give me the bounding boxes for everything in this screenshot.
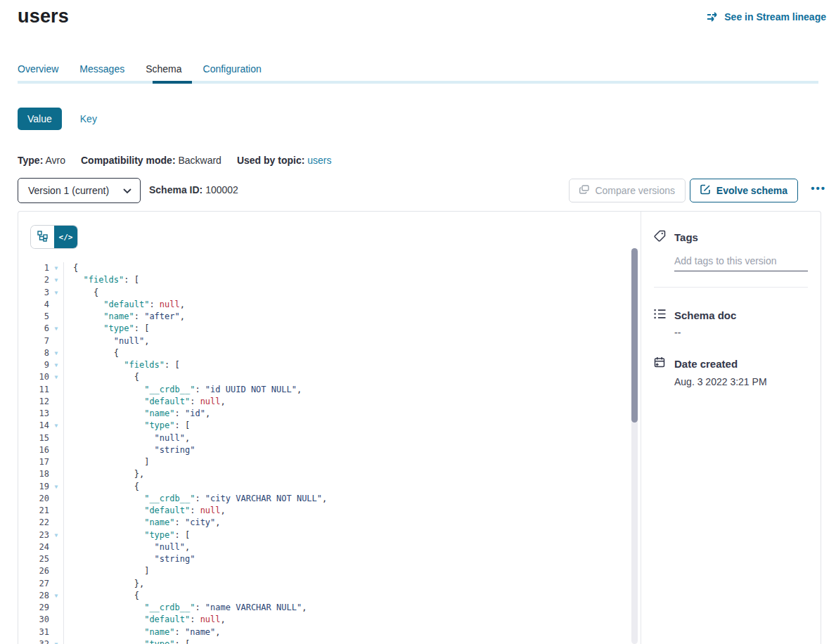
tree-view-icon [37, 231, 49, 244]
chevron-down-icon [123, 185, 131, 196]
fold-gutter [49, 553, 64, 565]
code-line: 3▼ { [18, 287, 629, 299]
tag-icon [654, 230, 666, 244]
code-text: "name": "city", [64, 517, 221, 529]
code-text: { [64, 287, 98, 299]
editor-scrollbar-track[interactable] [631, 248, 638, 644]
fold-gutter [49, 578, 64, 590]
code-text: "type": [ [64, 420, 190, 432]
topic-link[interactable]: users [307, 155, 331, 166]
value-toggle-button[interactable]: Value [18, 108, 62, 130]
code-line: 31 "name": "name", [18, 626, 629, 638]
schema-doc-title: Schema doc [674, 309, 736, 321]
fold-toggle-icon[interactable]: ▼ [49, 323, 64, 335]
type-label: Type: [18, 155, 43, 166]
topic-label: Used by topic: [237, 155, 304, 166]
type-value: Avro [45, 155, 65, 166]
edit-icon [700, 184, 711, 197]
fold-toggle-icon[interactable]: ▼ [49, 590, 64, 602]
fold-gutter [49, 456, 64, 468]
fold-gutter [49, 602, 64, 614]
code-line: 9▼ "fields": [ [18, 359, 629, 371]
line-number: 12 [18, 396, 49, 408]
code-text: { [64, 371, 139, 383]
fold-toggle-icon[interactable]: ▼ [49, 359, 64, 371]
code-line: 30 "default": null, [18, 614, 629, 626]
used-by-topic: Used by topic: users [237, 155, 332, 166]
line-number: 29 [18, 602, 49, 614]
schema-details-sidebar: Tags Schema [641, 212, 821, 644]
evolve-schema-label: Evolve schema [716, 185, 787, 196]
line-number: 22 [18, 517, 49, 529]
fold-gutter [49, 311, 64, 323]
line-number: 6 [18, 323, 49, 335]
code-line: 27 }, [18, 578, 629, 590]
code-line: 2▼ "fields": [ [18, 274, 629, 286]
key-toggle-button[interactable]: Key [80, 113, 97, 124]
code-view-icon: </> [59, 233, 73, 242]
compatibility-mode: Compatibility mode: Backward [81, 155, 221, 166]
code-text: "fields": [ [64, 359, 180, 371]
code-line: 24 "null", [18, 541, 629, 553]
fold-toggle-icon[interactable]: ▼ [49, 420, 64, 432]
code-line: 5 "name": "after", [18, 311, 629, 323]
fold-toggle-icon[interactable]: ▼ [49, 481, 64, 493]
compare-versions-label: Compare versions [595, 185, 675, 196]
code-text: "default": null, [64, 396, 226, 408]
code-line: 4 "default": null, [18, 299, 629, 311]
schema-doc-value: -- [674, 327, 808, 338]
code-line: 18 }, [18, 468, 629, 480]
fold-gutter [49, 505, 64, 517]
tabs-underline [18, 81, 818, 84]
schema-meta-row: Type: Avro Compatibility mode: Backward … [18, 155, 332, 166]
add-tags-input[interactable] [674, 251, 808, 271]
fold-toggle-icon[interactable]: ▼ [49, 274, 64, 286]
code-line: 7 "null", [18, 335, 629, 347]
code-text: "type": [ [64, 638, 190, 644]
code-text: ] [64, 565, 149, 577]
fold-gutter [49, 614, 64, 626]
editor-scrollbar-thumb[interactable] [631, 248, 638, 423]
code-line: 17 ] [18, 456, 629, 468]
schema-view-toggle: </> [31, 226, 77, 248]
code-line: 1▼{ [18, 262, 629, 274]
evolve-schema-button[interactable]: Evolve schema [690, 179, 798, 202]
code-text: }, [64, 578, 144, 590]
date-created-title: Date created [674, 358, 738, 370]
tree-view-button[interactable] [31, 226, 54, 248]
code-view-button[interactable]: </> [54, 226, 77, 248]
fold-toggle-icon[interactable]: ▼ [49, 347, 64, 359]
fold-gutter [49, 396, 64, 408]
compare-versions-button[interactable]: Compare versions [569, 179, 686, 202]
code-text: "null", [64, 541, 190, 553]
date-created-value: Aug. 3 2022 3:21 PM [674, 376, 808, 387]
line-number: 19 [18, 481, 49, 493]
code-line: 13 "name": "id", [18, 408, 629, 420]
line-number: 26 [18, 565, 49, 577]
fold-gutter [49, 493, 64, 505]
code-text: "__crdb__": "city VARCHAR NOT NULL", [64, 493, 327, 505]
line-number: 24 [18, 541, 49, 553]
code-line: 26 ] [18, 565, 629, 577]
more-options-button[interactable]: ••• [811, 182, 826, 194]
code-line: 25 "string" [18, 553, 629, 565]
fold-toggle-icon[interactable]: ▼ [49, 529, 64, 541]
fold-toggle-icon[interactable]: ▼ [49, 371, 64, 383]
fold-toggle-icon[interactable]: ▼ [49, 262, 64, 274]
fold-toggle-icon[interactable]: ▼ [49, 287, 64, 299]
schema-page: users See in Stream lineage Overview Mes… [0, 0, 836, 644]
version-select-value: Version 1 (current) [28, 185, 109, 196]
line-number: 5 [18, 311, 49, 323]
line-number: 27 [18, 578, 49, 590]
schema-code-editor[interactable]: 1▼{2▼ "fields": [3▼ {4 "default": null,5… [18, 262, 629, 644]
fold-toggle-icon[interactable]: ▼ [49, 638, 64, 644]
line-number: 7 [18, 335, 49, 347]
versions-copy-icon [579, 185, 589, 197]
see-in-stream-lineage-link[interactable]: See in Stream lineage [707, 11, 826, 22]
code-line: 8▼ { [18, 347, 629, 359]
code-line: 14▼ "type": [ [18, 420, 629, 432]
line-number: 9 [18, 359, 49, 371]
code-line: 20 "__crdb__": "city VARCHAR NOT NULL", [18, 493, 629, 505]
line-number: 15 [18, 432, 49, 444]
version-select[interactable]: Version 1 (current) [18, 178, 141, 203]
